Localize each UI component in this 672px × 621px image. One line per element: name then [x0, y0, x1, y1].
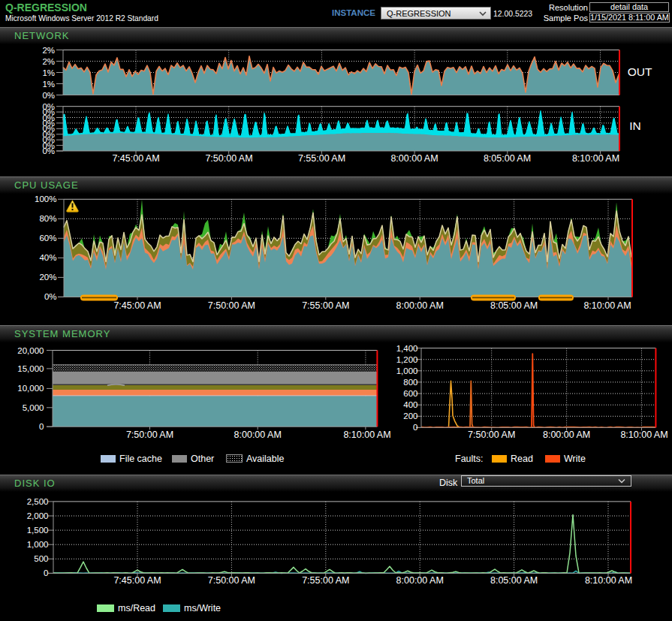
svg-text:0%: 0%: [42, 146, 55, 155]
svg-text:0: 0: [44, 568, 48, 577]
svg-text:7:55:00 AM: 7:55:00 AM: [298, 153, 345, 164]
svg-text:8:05:00 AM: 8:05:00 AM: [490, 300, 538, 311]
svg-text:IN: IN: [629, 119, 641, 132]
svg-text:8:10:00 AM: 8:10:00 AM: [583, 300, 631, 311]
svg-text:8:00:00 AM: 8:00:00 AM: [234, 430, 282, 440]
svg-text:2,500: 2,500: [27, 497, 49, 506]
svg-text:2%: 2%: [42, 57, 55, 66]
svg-text:1%: 1%: [42, 68, 55, 77]
svg-text:1%: 1%: [42, 80, 55, 89]
svg-text:8:10:00 AM: 8:10:00 AM: [620, 430, 667, 440]
svg-text:8:10:00 AM: 8:10:00 AM: [585, 575, 632, 586]
svg-text:OUT: OUT: [628, 65, 652, 78]
svg-text:7:55:00 AM: 7:55:00 AM: [302, 575, 349, 586]
svg-text:8:05:00 AM: 8:05:00 AM: [490, 575, 538, 586]
svg-text:1,000: 1,000: [396, 366, 418, 375]
svg-text:7:50:00 AM: 7:50:00 AM: [205, 153, 252, 164]
svg-text:8:00:00 AM: 8:00:00 AM: [396, 300, 444, 311]
svg-text:100%: 100%: [35, 194, 56, 203]
svg-text:8:00:00 AM: 8:00:00 AM: [396, 575, 444, 586]
svg-text:10,000: 10,000: [17, 384, 44, 393]
svg-text:7:50:00 AM: 7:50:00 AM: [208, 575, 255, 586]
svg-text:0: 0: [39, 422, 44, 431]
svg-text:20%: 20%: [39, 273, 56, 282]
svg-text:7:45:00 AM: 7:45:00 AM: [113, 300, 161, 311]
svg-text:1,200: 1,200: [396, 355, 418, 364]
svg-text:15,000: 15,000: [17, 364, 44, 373]
svg-text:7:50:00 AM: 7:50:00 AM: [208, 300, 255, 311]
svg-text:8:00:00 AM: 8:00:00 AM: [543, 430, 590, 440]
svg-text:80%: 80%: [39, 214, 56, 223]
svg-text:40%: 40%: [39, 253, 56, 262]
svg-text:7:55:00 AM: 7:55:00 AM: [302, 300, 349, 311]
svg-text:600: 600: [403, 389, 417, 398]
svg-text:800: 800: [403, 378, 417, 387]
svg-text:500: 500: [34, 554, 48, 563]
svg-text:0%: 0%: [42, 91, 55, 100]
svg-text:1,000: 1,000: [27, 540, 49, 549]
svg-text:1,400: 1,400: [396, 344, 418, 353]
svg-text:200: 200: [403, 411, 417, 421]
svg-text:8:10:00 AM: 8:10:00 AM: [572, 153, 619, 164]
svg-text:7:45:00 AM: 7:45:00 AM: [113, 575, 161, 586]
svg-text:0: 0: [413, 423, 417, 432]
svg-text:7:45:00 AM: 7:45:00 AM: [112, 153, 159, 164]
svg-text:8:00:00 AM: 8:00:00 AM: [390, 153, 438, 164]
svg-text:2%: 2%: [42, 46, 55, 55]
svg-text:5,000: 5,000: [23, 403, 44, 412]
svg-text:400: 400: [403, 400, 417, 409]
svg-text:20,000: 20,000: [17, 346, 44, 355]
svg-text:1,500: 1,500: [27, 526, 49, 535]
svg-text:7:50:00 AM: 7:50:00 AM: [126, 430, 173, 440]
svg-text:8:10:00 AM: 8:10:00 AM: [343, 430, 390, 440]
svg-text:2,000: 2,000: [27, 511, 49, 520]
svg-text:7:50:00 AM: 7:50:00 AM: [468, 430, 515, 440]
svg-text:60%: 60%: [39, 234, 56, 243]
svg-text:0%: 0%: [44, 292, 57, 301]
svg-text:8:05:00 AM: 8:05:00 AM: [484, 153, 531, 164]
